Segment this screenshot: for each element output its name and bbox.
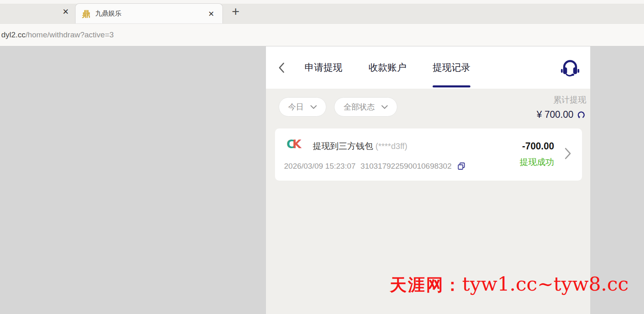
watermark-urls: tyw1.cc~tyw8.cc [462,273,629,295]
tab-title: 九鼎娱乐 [95,9,202,18]
filter-row: 今日 全部状态 [279,97,397,117]
record-datetime: 2026/03/09 15:23:07 [284,162,355,171]
refresh-icon[interactable] [576,110,586,120]
copy-icon[interactable] [457,162,465,170]
new-tab-button[interactable]: + [228,4,243,19]
panel-nav: 申请提现 收款账户 提现记录 [305,61,470,74]
browser-tab-active[interactable]: 鼎 九鼎娱乐 ✕ [75,3,223,24]
site-favicon-icon: 鼎 [81,9,91,19]
record-meta: 2026/03/09 15:23:07 31031792259001069830… [284,162,465,171]
chevron-right-icon[interactable] [564,147,571,160]
watermark-site-name: 天涯网： [390,275,462,295]
customer-service-headset-icon[interactable] [561,58,580,77]
status-filter-dropdown[interactable]: 全部状态 [334,97,397,117]
tab-payment-accounts[interactable]: 收款账户 [369,61,406,74]
okpay-wallet-logo: CK [286,138,301,151]
back-chevron-icon[interactable] [277,62,286,73]
summary-amount: ¥ 700.00 [536,109,573,120]
chevron-down-icon [310,105,317,109]
url-path: /home/withdraw?active=3 [25,30,114,39]
record-order-id: 310317922590010698302 [360,162,451,171]
logo-letter-k: K [293,138,302,151]
record-status-success: 提现成功 [520,156,554,168]
summary-label: 累计提现 [536,94,586,105]
tab-withdraw-records[interactable]: 提现记录 [433,61,470,74]
close-icon[interactable]: ✕ [60,6,71,18]
status-filter-value: 全部状态 [344,102,375,112]
record-title: 提现到三方钱包 (****d3ff) [313,140,407,152]
record-masked-account: (****d3ff) [376,142,407,151]
date-filter-value: 今日 [288,102,304,112]
panel-header: 申请提现 收款账户 提现记录 [266,46,590,89]
url-host: dyl2.cc [1,30,25,39]
withdraw-summary: 累计提现 ¥ 700.00 [536,94,586,120]
date-filter-dropdown[interactable]: 今日 [279,97,326,117]
record-amount: -700.00 [522,141,554,152]
close-icon[interactable]: ✕ [206,9,217,19]
watermark: 天涯网：tyw1.cc~tyw8.cc [390,273,629,296]
tab-apply-withdraw[interactable]: 申请提现 [305,61,342,74]
browser-tab-strip: ✕ 鼎 九鼎娱乐 ✕ + [0,0,644,23]
withdraw-record-row[interactable]: CK 提现到三方钱包 (****d3ff) 2026/03/09 15:23:0… [275,128,582,181]
chevron-down-icon [381,105,388,109]
address-bar[interactable]: dyl2.cc/home/withdraw?active=3 [0,23,644,46]
